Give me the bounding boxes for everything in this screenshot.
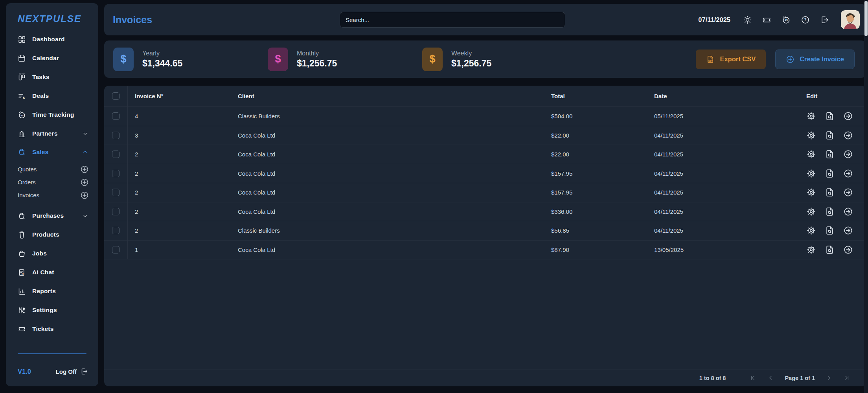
invoice-number-cell: 4: [128, 107, 238, 126]
sidebar-item-sales[interactable]: Sales: [6, 143, 98, 161]
sidebar-nav: Dashboard Calendar Tasks $ Deals 45 Time…: [6, 30, 98, 338]
gear-icon[interactable]: [806, 187, 816, 197]
arrow-right-circle-icon[interactable]: [843, 169, 853, 178]
scrollbar-thumb[interactable]: [864, 1, 868, 36]
gear-icon[interactable]: [806, 226, 816, 235]
row-checkbox[interactable]: [112, 151, 120, 158]
sidebar-item-deals[interactable]: $ Deals: [6, 86, 98, 105]
sidebar-item-time-tracking[interactable]: 45 Time Tracking: [6, 105, 98, 124]
arrow-right-circle-icon[interactable]: [843, 111, 853, 121]
plus-circle-icon[interactable]: [80, 165, 89, 174]
file-preview-icon[interactable]: [825, 149, 835, 159]
gear-icon[interactable]: [806, 207, 816, 217]
client-cell: Coca Cola Ltd: [238, 164, 551, 183]
gear-icon[interactable]: [806, 111, 816, 121]
sidebar-item-settings[interactable]: Settings: [6, 301, 98, 320]
file-preview-icon[interactable]: [825, 207, 835, 217]
file-preview-icon[interactable]: [825, 187, 835, 197]
products-cup-icon: [18, 231, 26, 239]
column-header-total[interactable]: Total: [551, 86, 654, 107]
sidebar-item-products[interactable]: Products: [6, 225, 98, 244]
row-checkbox[interactable]: [112, 132, 120, 139]
file-preview-icon[interactable]: [825, 169, 835, 178]
ticket-icon[interactable]: [762, 15, 771, 24]
file-preview-icon[interactable]: [825, 226, 835, 235]
sidebar-item-jobs[interactable]: Jobs: [6, 244, 98, 263]
app-root: NEXTPULSE Dashboard Calendar Tasks $ Dea…: [0, 0, 868, 393]
table-row: 2 Coca Cola Ltd $157.95 04/11/2025: [104, 183, 866, 202]
row-checkbox[interactable]: [112, 246, 120, 253]
gear-icon[interactable]: [806, 245, 816, 255]
sidebar-subitem-label: Invoices: [18, 192, 39, 198]
file-preview-icon[interactable]: [825, 245, 835, 255]
client-cell: Classic Builders: [238, 221, 551, 240]
plus-circle-icon[interactable]: [80, 178, 89, 187]
chevron-down-icon: [82, 131, 88, 137]
invoices-table: Invoice N° Client Total Date Edit 4 Clas…: [104, 86, 866, 386]
sidebar-item-label: Purchases: [32, 212, 64, 219]
arrow-right-circle-icon[interactable]: [843, 245, 853, 255]
row-checkbox[interactable]: [112, 227, 120, 234]
next-page-icon[interactable]: [825, 374, 833, 382]
date-cell: 04/11/2025: [654, 221, 806, 240]
row-checkbox[interactable]: [112, 112, 120, 120]
sidebar-item-tasks[interactable]: Tasks: [6, 68, 98, 86]
arrow-right-circle-icon[interactable]: [843, 149, 853, 159]
date-cell: 04/11/2025: [654, 183, 806, 202]
file-preview-icon[interactable]: [825, 130, 835, 140]
avatar[interactable]: [841, 10, 860, 29]
svg-text:$: $: [23, 95, 25, 99]
prev-page-icon[interactable]: [767, 374, 774, 382]
search-input[interactable]: [340, 12, 565, 28]
sidebar-item-dashboard[interactable]: Dashboard: [6, 30, 98, 49]
row-checkbox[interactable]: [112, 208, 120, 215]
total-cell: $22.00: [551, 145, 654, 164]
row-checkbox[interactable]: [112, 170, 120, 177]
logout-icon[interactable]: [820, 15, 829, 24]
sidebar-item-label: Sales: [32, 149, 49, 156]
column-header-edit: Edit: [806, 86, 866, 107]
sidebar-item-reports[interactable]: Reports: [6, 282, 98, 301]
column-header-client[interactable]: Client: [238, 86, 551, 107]
log-off-button[interactable]: Log Off: [56, 367, 88, 375]
gear-icon[interactable]: [806, 130, 816, 140]
arrow-right-circle-icon[interactable]: [843, 130, 853, 140]
select-all-checkbox[interactable]: [112, 92, 120, 100]
last-page-icon[interactable]: [843, 374, 850, 382]
help-icon[interactable]: ?: [801, 15, 810, 24]
gear-icon[interactable]: [806, 169, 816, 178]
column-header-date[interactable]: Date: [654, 86, 806, 107]
sidebar-item-calendar[interactable]: Calendar: [6, 49, 98, 68]
sidebar-item-purchases[interactable]: Purchases: [6, 206, 98, 225]
sidebar-item-orders[interactable]: Orders: [6, 176, 98, 189]
row-checkbox[interactable]: [112, 189, 120, 196]
sidebar-item-quotes[interactable]: Quotes: [6, 163, 98, 176]
client-cell: Coca Cola Ltd: [238, 183, 551, 202]
export-csv-button[interactable]: CSV Export CSV: [696, 50, 766, 69]
create-invoice-button[interactable]: Create Invoice: [775, 50, 855, 69]
stat-value: $1,256.75: [297, 58, 337, 69]
ai-chat-icon: AI: [18, 268, 26, 277]
theme-sun-icon[interactable]: [743, 15, 752, 24]
column-header-invoice[interactable]: Invoice N°: [128, 86, 238, 107]
sidebar-item-tickets[interactable]: Tickets: [6, 320, 98, 338]
dollar-icon: $: [268, 48, 288, 71]
time-tracker-icon[interactable]: 45: [782, 15, 791, 24]
arrow-right-circle-icon[interactable]: [843, 207, 853, 217]
plus-circle-icon[interactable]: [80, 191, 89, 200]
sidebar-item-partners[interactable]: Partners: [6, 124, 98, 143]
first-page-icon[interactable]: [749, 374, 757, 382]
dollar-icon: $: [113, 48, 134, 71]
gear-icon[interactable]: [806, 149, 816, 159]
page-scrollbar[interactable]: [864, 0, 868, 393]
sidebar-divider: [18, 353, 86, 354]
total-cell: $157.95: [551, 183, 654, 202]
arrow-right-circle-icon[interactable]: [843, 226, 853, 235]
client-cell: Coca Cola Ltd: [238, 241, 551, 259]
file-preview-icon[interactable]: [825, 111, 835, 121]
reports-chart-icon: [18, 287, 26, 296]
sidebar-item-invoices[interactable]: Invoices: [6, 189, 98, 202]
arrow-right-circle-icon[interactable]: [843, 187, 853, 197]
date-cell: 13/05/2025: [654, 241, 806, 259]
sidebar-item-ai-chat[interactable]: AI Ai Chat: [6, 263, 98, 282]
